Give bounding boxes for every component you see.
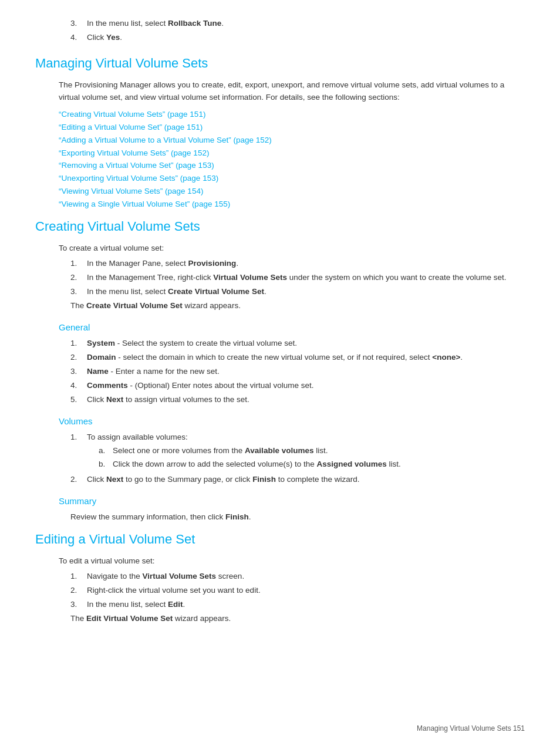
item-num: 4. <box>70 380 87 392</box>
top-numbered-list: 3. In the menu list, select Rollback Tun… <box>35 18 525 44</box>
link-creating[interactable]: “Creating Virtual Volume Sets” (page 151… <box>59 109 525 121</box>
general-item-2: 2. Domain - select the domain in which t… <box>70 352 525 364</box>
general-item-4: 4. Comments - (Optional) Enter notes abo… <box>70 380 525 392</box>
editing-step-2: 2. Right-click the virtual volume set yo… <box>70 585 525 597</box>
item-num: 3. <box>70 366 87 378</box>
creating-heading: Creating Virtual Volume Sets <box>35 217 525 237</box>
editing-step-1: 1. Navigate to the Virtual Volume Sets s… <box>70 571 525 583</box>
link-viewing[interactable]: “Viewing Virtual Volume Sets” (page 154) <box>59 185 525 198</box>
creating-intro: To create a virtual volume set: 1. In th… <box>59 242 525 524</box>
editing-content: To edit a virtual volume set: 1. Navigat… <box>59 555 525 625</box>
summary-subsection: Summary Review the summary information, … <box>59 494 525 524</box>
item-text: Click Next to assign virtual volumes to … <box>87 394 249 406</box>
item-num: 2. <box>70 474 87 486</box>
link-removing[interactable]: “Removing a Virtual Volume Set” (page 15… <box>59 160 525 172</box>
page-footer: Managing Virtual Volume Sets 151 <box>417 723 525 734</box>
general-item-3: 3. Name - Enter a name for the new set. <box>70 366 525 378</box>
managing-intro: The Provisioning Manager allows you to c… <box>59 79 525 104</box>
managing-heading: Managing Virtual Volume Sets <box>35 53 525 73</box>
link-editing[interactable]: “Editing a Virtual Volume Set” (page 151… <box>59 121 525 134</box>
summary-content: Review the summary information, then cli… <box>70 511 525 524</box>
item-num: 4. <box>70 32 87 44</box>
sub-letter: a. <box>99 445 113 457</box>
general-item-5: 5. Click Next to assign virtual volumes … <box>70 394 525 406</box>
link-viewing-single[interactable]: “Viewing a Single Virtual Volume Set” (p… <box>59 198 525 211</box>
step-num: 3. <box>70 286 87 298</box>
general-subsection: General 1. System - Select the system to… <box>59 320 525 406</box>
step-text: Right-click the virtual volume set you w… <box>87 585 261 597</box>
creating-section: Creating Virtual Volume Sets To create a… <box>35 217 525 524</box>
editing-wizard-note: The Edit Virtual Volume Set wizard appea… <box>70 613 525 625</box>
step-text: In the Manager Pane, select Provisioning… <box>87 258 238 270</box>
volumes-item-2: 2. Click Next to go to the Summary page,… <box>70 474 525 486</box>
step-num: 2. <box>70 272 87 284</box>
creating-step-3: 3. In the menu list, select Create Virtu… <box>70 286 525 298</box>
link-adding[interactable]: “Adding a Virtual Volume to a Virtual Vo… <box>59 134 525 147</box>
step-num: 1. <box>70 571 87 583</box>
footer-text: Managing Virtual Volume Sets 151 <box>417 724 525 733</box>
creating-step-2: 2. In the Management Tree, right-click V… <box>70 272 525 284</box>
item-content: To assign available volumes: a. Select o… <box>87 431 401 472</box>
item-text: Click Yes. <box>87 32 122 44</box>
editing-intro: To edit a virtual volume set: <box>59 555 525 568</box>
sub-text: Select one or more volumes from the Avai… <box>113 445 328 457</box>
creating-intro-text: To create a virtual volume set: <box>59 242 525 255</box>
item-num: 3. <box>70 18 87 30</box>
managing-section: Managing Virtual Volume Sets The Provisi… <box>35 53 525 211</box>
step-text: Navigate to the Virtual Volume Sets scre… <box>87 571 244 583</box>
volumes-items: 1. To assign available volumes: a. Selec… <box>70 431 525 486</box>
sub-items: a. Select one or more volumes from the A… <box>99 445 401 471</box>
editing-section: Editing a Virtual Volume Set To edit a v… <box>35 529 525 625</box>
item-num: 2. <box>70 352 87 364</box>
editing-heading: Editing a Virtual Volume Set <box>35 529 525 549</box>
item-num: 1. <box>70 337 87 350</box>
wizard-note: The Create Virtual Volume Set wizard app… <box>70 300 525 312</box>
sub-text: Click the down arrow to add the selected… <box>113 458 401 471</box>
volumes-subsection: Volumes 1. To assign available volumes: … <box>59 414 525 486</box>
step-num: 2. <box>70 585 87 597</box>
top-list-item-3: 3. In the menu list, select Rollback Tun… <box>70 18 525 30</box>
top-list-item-4: 4. Click Yes. <box>70 32 525 44</box>
sub-item-b: b. Click the down arrow to add the selec… <box>99 458 401 471</box>
step-num: 1. <box>70 258 87 270</box>
item-text: In the menu list, select Rollback Tune. <box>87 18 224 30</box>
item-num: 1. <box>70 431 87 472</box>
item-text: Click Next to go to the Summary page, or… <box>87 474 359 486</box>
editing-step-3: 3. In the menu list, select Edit. <box>70 599 525 611</box>
item-text: Name - Enter a name for the new set. <box>87 366 220 378</box>
general-item-1: 1. System - Select the system to create … <box>70 337 525 350</box>
item-num: 5. <box>70 394 87 406</box>
volumes-item-1: 1. To assign available volumes: a. Selec… <box>70 431 525 472</box>
summary-text: Review the summary information, then cli… <box>70 511 525 524</box>
step-num: 3. <box>70 599 87 611</box>
item-text: Domain - select the domain in which to c… <box>87 352 463 364</box>
item-text: System - Select the system to create the… <box>87 337 297 350</box>
managing-links: “Creating Virtual Volume Sets” (page 151… <box>59 109 525 211</box>
general-heading: General <box>59 320 525 334</box>
item-text: Comments - (Optional) Enter notes about … <box>87 380 313 392</box>
item-text: To assign available volumes: <box>87 433 188 441</box>
general-items: 1. System - Select the system to create … <box>70 337 525 406</box>
step-text: In the menu list, select Edit. <box>87 599 185 611</box>
link-unexportin[interactable]: “Unexporting Virtual Volume Sets” (page … <box>59 173 525 185</box>
creating-step-1: 1. In the Manager Pane, select Provision… <box>70 258 525 270</box>
volumes-heading: Volumes <box>59 414 525 428</box>
sub-letter: b. <box>99 458 113 471</box>
summary-heading: Summary <box>59 494 525 508</box>
link-exporting[interactable]: “Exporting Virtual Volume Sets” (page 15… <box>59 147 525 160</box>
step-text: In the Management Tree, right-click Virt… <box>87 272 507 284</box>
step-text: In the menu list, select Create Virtual … <box>87 286 266 298</box>
sub-item-a: a. Select one or more volumes from the A… <box>99 445 401 457</box>
